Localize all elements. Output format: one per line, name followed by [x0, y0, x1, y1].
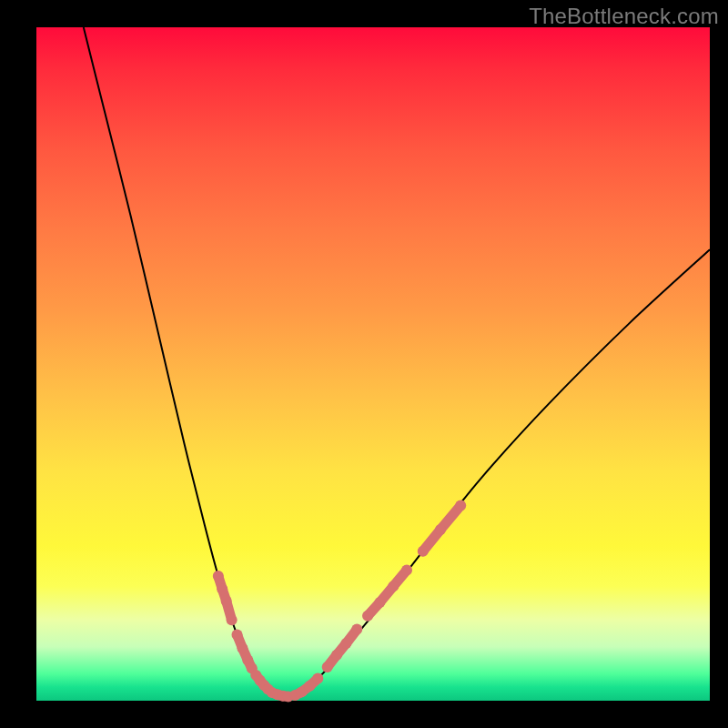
marker-dot [227, 614, 238, 625]
curve-right-branch [286, 249, 710, 697]
marker-dot [322, 662, 333, 672]
marker-dot [312, 673, 323, 684]
marker-dot [237, 642, 248, 653]
marker-dot [455, 500, 466, 511]
marker-dot [217, 583, 228, 594]
marker-dot [340, 638, 351, 649]
watermark-text: TheBottleneck.com [529, 4, 719, 29]
chart-frame: TheBottleneck.com [0, 0, 728, 728]
marker-dot [221, 595, 232, 606]
marker-dot [418, 546, 429, 557]
marker-dot [351, 624, 362, 635]
marker-dot [362, 611, 373, 622]
curve-left-branch [84, 27, 286, 697]
marker-dot [388, 581, 399, 592]
plot-area [36, 27, 710, 701]
marker-dot [331, 650, 342, 661]
marker-dot [401, 564, 412, 575]
marker-dot [304, 681, 315, 692]
marker-dot [374, 597, 385, 608]
marker-layer [213, 500, 466, 702]
marker-dot [213, 571, 224, 581]
curve-svg [36, 27, 710, 701]
marker-dot [232, 629, 243, 640]
marker-dot [435, 524, 446, 535]
